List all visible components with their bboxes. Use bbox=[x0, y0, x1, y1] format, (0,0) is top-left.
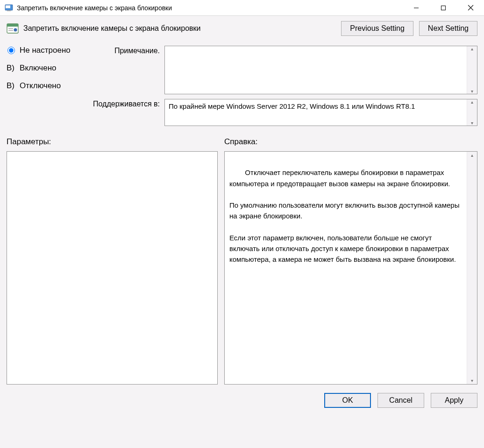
toolbar: Запретить включение камеры с экрана блок… bbox=[0, 16, 484, 39]
svg-rect-9 bbox=[8, 28, 13, 29]
radio-enabled-label: Включено bbox=[20, 63, 56, 73]
dialog-footer: OK Cancel Apply bbox=[7, 385, 477, 408]
titlebar: Запретить включение камеры с экрана блок… bbox=[0, 0, 484, 16]
scroll-up-icon[interactable]: ▴ bbox=[471, 46, 473, 51]
radio-not-configured[interactable]: Не настроено bbox=[7, 46, 90, 55]
scroll-up-icon[interactable]: ▴ bbox=[471, 152, 473, 159]
next-setting-button[interactable]: Next Setting bbox=[419, 21, 477, 36]
dialog-body: Не настроено В) Включено В) Отключено Пр… bbox=[0, 39, 484, 448]
comment-label: Примечание. bbox=[93, 46, 162, 94]
svg-point-11 bbox=[14, 28, 17, 32]
scroll-down-icon[interactable]: ▾ bbox=[471, 89, 473, 94]
parameters-panel bbox=[7, 151, 218, 385]
previous-setting-button[interactable]: Previous Setting bbox=[341, 21, 413, 36]
radio-enabled-prefix: В) bbox=[7, 63, 17, 73]
radio-disabled-label: Отключено bbox=[20, 81, 61, 91]
radio-not-configured-label: Не настроено bbox=[20, 46, 71, 55]
svg-rect-1 bbox=[6, 5, 10, 8]
supported-on-value: По крайней мере Windows Server 2012 R2, … bbox=[169, 102, 415, 110]
minimize-button[interactable] bbox=[403, 0, 430, 16]
radio-disabled-prefix: В) bbox=[7, 81, 17, 91]
scroll-up-icon[interactable]: ▴ bbox=[471, 99, 473, 105]
help-label: Справка: bbox=[224, 137, 477, 147]
maximize-button[interactable] bbox=[430, 0, 457, 16]
cancel-button[interactable]: Cancel bbox=[377, 393, 424, 408]
supported-on-box: По крайней мере Windows Server 2012 R2, … bbox=[164, 99, 477, 126]
radio-enabled[interactable]: В) Включено bbox=[7, 63, 90, 73]
state-radio-group: Не настроено В) Включено В) Отключено bbox=[7, 46, 90, 126]
svg-rect-10 bbox=[8, 30, 13, 31]
scroll-down-icon[interactable]: ▾ bbox=[471, 120, 473, 126]
svg-rect-8 bbox=[7, 24, 18, 27]
close-button[interactable] bbox=[457, 0, 484, 16]
supported-scrollbar[interactable]: ▴ ▾ bbox=[467, 99, 477, 126]
help-scrollbar[interactable]: ▴ ▾ bbox=[467, 152, 477, 384]
apply-button[interactable]: Apply bbox=[431, 393, 477, 408]
policy-setting-icon bbox=[7, 22, 19, 35]
policy-name-label: Запретить включение камеры с экрана блок… bbox=[23, 24, 341, 33]
window-title: Запретить включение камеры с экрана блок… bbox=[17, 0, 403, 16]
policy-icon bbox=[5, 4, 13, 12]
policy-editor-window: Запретить включение камеры с экрана блок… bbox=[0, 0, 484, 448]
parameters-label: Параметры: bbox=[7, 137, 218, 147]
ok-button[interactable]: OK bbox=[324, 393, 371, 408]
comment-scrollbar[interactable]: ▴ ▾ bbox=[467, 46, 477, 94]
help-text: Отключает переключатель камеры блокировк… bbox=[229, 168, 462, 263]
svg-rect-2 bbox=[7, 10, 11, 11]
help-panel: Отключает переключатель камеры блокировк… bbox=[224, 151, 477, 385]
radio-disabled[interactable]: В) Отключено bbox=[7, 81, 90, 91]
svg-rect-4 bbox=[441, 6, 446, 10]
radio-not-configured-input[interactable] bbox=[7, 47, 15, 54]
comment-input[interactable]: ▴ ▾ bbox=[164, 46, 477, 94]
supported-on-label: Поддерживается в: bbox=[93, 99, 162, 126]
scroll-down-icon[interactable]: ▾ bbox=[471, 377, 473, 385]
